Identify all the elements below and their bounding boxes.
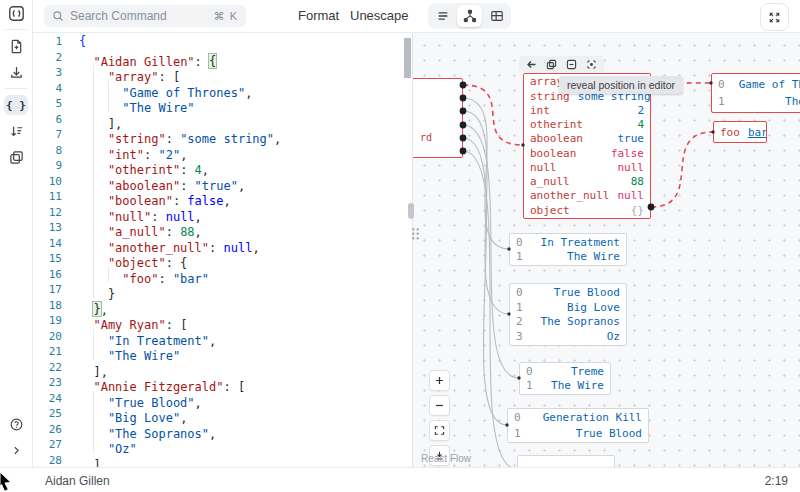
help-button[interactable] xyxy=(0,411,32,437)
transform-filter-button[interactable] xyxy=(0,118,32,144)
line-number: 11 xyxy=(32,189,79,205)
json-view-button[interactable]: { } xyxy=(4,95,28,115)
code-line[interactable]: 25"Big Love", xyxy=(32,406,412,422)
help-icon xyxy=(9,417,24,432)
unescape-button[interactable]: Unescape xyxy=(346,6,413,25)
line-number: 26 xyxy=(32,422,79,438)
line-number: 6 xyxy=(32,112,79,128)
code-text: "Annie Fitzgerald": [ xyxy=(79,375,245,391)
target-handle xyxy=(521,143,524,146)
topbar: Search Command ⌘ K Format Unescape xyxy=(32,0,800,33)
source-handle[interactable] xyxy=(460,148,467,155)
code-line[interactable]: 6], xyxy=(32,112,412,128)
code-line[interactable]: 18}, xyxy=(32,298,412,314)
code-text: "aboolean": "true", xyxy=(79,174,245,190)
code-line[interactable]: 17} xyxy=(32,282,412,298)
table-view-button[interactable] xyxy=(484,5,509,27)
code-text: ], xyxy=(79,360,108,376)
target-handle xyxy=(517,376,520,379)
compare-copy-button[interactable] xyxy=(0,144,32,170)
line-number: 27 xyxy=(32,437,79,453)
code-line[interactable]: 16"foo": "bar" xyxy=(32,267,412,283)
code-text: "Oz" xyxy=(79,437,137,453)
code-line[interactable]: 7"string": "some string", xyxy=(32,127,412,143)
sort-filter-icon xyxy=(9,124,24,139)
line-number: 15 xyxy=(32,251,79,267)
code-text: ], xyxy=(79,453,108,468)
code-text: "The Wire" xyxy=(79,96,195,112)
line-number: 25 xyxy=(32,406,79,422)
table-view-icon xyxy=(490,9,504,23)
list-view-button[interactable] xyxy=(430,5,455,27)
line-number: 4 xyxy=(32,81,79,97)
code-line[interactable]: 4"Game of Thrones", xyxy=(32,81,412,97)
collapse-node-button[interactable] xyxy=(566,59,577,70)
tooltip: reveal position in editor xyxy=(559,76,683,94)
react-flow-attribution[interactable]: React Flow xyxy=(421,453,471,464)
line-number: 20 xyxy=(32,329,79,345)
source-handle[interactable] xyxy=(460,135,467,142)
code-line[interactable]: 3"array": [ xyxy=(32,65,412,81)
search-input[interactable]: Search Command ⌘ K xyxy=(44,5,246,27)
focus-node-button[interactable] xyxy=(586,59,597,70)
code-line[interactable]: 2"Aidan Gillen": { xyxy=(32,50,412,66)
code-line[interactable]: 26"The Sopranos", xyxy=(32,422,412,438)
zoom-in-button[interactable] xyxy=(429,370,450,391)
zoom-out-button[interactable] xyxy=(429,395,450,416)
graph-edge xyxy=(463,125,519,378)
graph-view-button[interactable] xyxy=(457,5,482,27)
target-handle xyxy=(505,423,508,426)
line-number: 3 xyxy=(32,65,79,81)
source-handle[interactable] xyxy=(460,108,467,115)
new-file-button[interactable] xyxy=(0,33,32,59)
line-number: 22 xyxy=(32,360,79,376)
source-handle[interactable] xyxy=(460,122,467,129)
fullscreen-button[interactable] xyxy=(760,3,789,31)
sidebar-divider xyxy=(5,88,27,89)
code-line[interactable]: 1{ xyxy=(32,34,412,50)
code-line[interactable]: 9"otherint": 4, xyxy=(32,158,412,174)
copy-node-button[interactable] xyxy=(546,59,557,70)
code-text: "Game of Thrones", xyxy=(79,81,252,97)
minus-icon xyxy=(434,400,445,411)
line-number: 12 xyxy=(32,205,79,221)
chevron-right-icon xyxy=(10,444,23,457)
code-text: "null": null, xyxy=(79,205,202,221)
code-line[interactable]: 11"boolean": false, xyxy=(32,189,412,205)
line-number: 21 xyxy=(32,344,79,360)
panel-resize-grip[interactable] xyxy=(411,227,420,240)
plus-icon xyxy=(434,375,445,386)
panel-divider xyxy=(412,32,413,467)
code-line[interactable]: 10"aboolean": "true", xyxy=(32,174,412,190)
code-line[interactable]: 20"In Treatment", xyxy=(32,329,412,345)
code-line[interactable]: 13"a_null": 88, xyxy=(32,220,412,236)
code-text: "string": "some string", xyxy=(79,127,281,143)
code-line[interactable]: 19"Amy Ryan": [ xyxy=(32,313,412,329)
editor-scrollbar[interactable] xyxy=(404,38,411,78)
code-text: "otherint": 4, xyxy=(79,158,209,174)
code-text: "Big Love", xyxy=(79,406,187,422)
cursor-position: 2:19 xyxy=(765,474,788,488)
panel-resize-handle[interactable] xyxy=(408,203,414,219)
source-handle[interactable] xyxy=(460,82,467,89)
code-line[interactable]: 28], xyxy=(32,453,412,468)
collapse-sidebar-button[interactable] xyxy=(0,437,32,463)
line-number: 10 xyxy=(32,174,79,190)
code-line[interactable]: 23"Annie Fitzgerald": [ xyxy=(32,375,412,391)
line-number: 7 xyxy=(32,127,79,143)
code-line[interactable]: 27"Oz" xyxy=(32,437,412,453)
code-line[interactable]: 21"The Wire" xyxy=(32,344,412,360)
app-logo[interactable] xyxy=(0,0,32,26)
code-text: "boolean": false, xyxy=(79,189,231,205)
reveal-in-editor-button[interactable] xyxy=(526,59,537,70)
code-line[interactable]: 14"another_null": null, xyxy=(32,236,412,252)
format-button[interactable]: Format xyxy=(294,6,343,25)
graph-edge xyxy=(651,132,713,207)
fit-view-button[interactable] xyxy=(429,420,450,441)
source-handle[interactable] xyxy=(648,204,655,211)
graph-canvas[interactable]: reveal position in editor React Flow {}[… xyxy=(413,32,800,467)
source-handle[interactable] xyxy=(460,95,467,102)
code-editor[interactable]: 1{2"Aidan Gillen": {3"array": [4"Game of… xyxy=(32,32,412,467)
download-button[interactable] xyxy=(0,59,32,85)
code-line[interactable]: 22], xyxy=(32,360,412,376)
